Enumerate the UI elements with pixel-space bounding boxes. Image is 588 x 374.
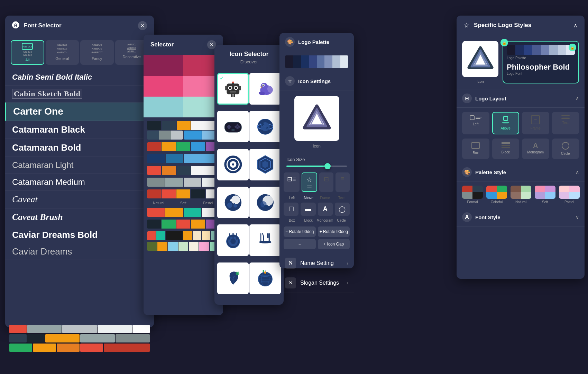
layout-opt-left[interactable]: ⊟≡: [284, 172, 300, 192]
pb2-4[interactable]: [178, 242, 188, 251]
pal-n-3[interactable]: [177, 121, 191, 130]
font-selector-close[interactable]: ✕: [138, 21, 147, 30]
layout-card-frame[interactable]: Frame: [522, 112, 549, 134]
pb1-1[interactable]: [147, 231, 156, 240]
icon-cell-globe[interactable]: [249, 262, 281, 294]
pt-1[interactable]: [147, 208, 165, 217]
pg-2[interactable]: [165, 178, 183, 187]
logo-styles-expand-icon[interactable]: ∧: [573, 22, 578, 29]
pb2-1[interactable]: [147, 242, 157, 251]
pr3-1[interactable]: [147, 142, 161, 151]
icon-cell-crescent[interactable]: [249, 187, 281, 218]
pb1-2[interactable]: [156, 231, 165, 240]
font-item-caviar-dreams[interactable]: Caviar Dreams: [5, 244, 154, 259]
palette-style-formal[interactable]: Formal: [462, 186, 483, 204]
icon-cell-leaf[interactable]: [217, 262, 249, 294]
layout-card-box[interactable]: Box: [462, 139, 489, 159]
layout-card-left[interactable]: Left: [462, 112, 489, 134]
pal-n-8[interactable]: [184, 131, 202, 140]
icon-cell-space[interactable]: [249, 111, 281, 142]
pp-1[interactable]: [147, 220, 161, 229]
font-item-carter-one[interactable]: Carter One: [5, 103, 154, 121]
logo-palette-header[interactable]: 🎨 Logo Palette: [279, 33, 354, 51]
layout-opt-above[interactable]: ☆: [302, 172, 317, 192]
pal-n-2[interactable]: [162, 121, 176, 130]
pry-1[interactable]: [147, 189, 161, 198]
icon-cell-robot[interactable]: ✓: [217, 73, 249, 105]
icon-cell-plate1[interactable]: [217, 224, 249, 256]
icon-cell-rings[interactable]: [217, 149, 249, 180]
font-item-caviar-dreams-bold[interactable]: Caviar Dreams Bold: [5, 226, 154, 244]
lp-1[interactable]: [285, 55, 293, 68]
pc-2[interactable]: [162, 166, 176, 175]
palette-style-natural[interactable]: Natural: [511, 186, 531, 204]
pal-n-1[interactable]: [147, 121, 161, 130]
font-item-catamaran-light[interactable]: Catamaran Light: [5, 157, 154, 174]
lp-7[interactable]: [332, 55, 340, 68]
pb-2[interactable]: [166, 154, 184, 163]
layout-opt-block[interactable]: ▬: [301, 203, 315, 216]
name-settings-row[interactable]: N Name Setting ›: [279, 253, 354, 273]
layout-card-text[interactable]: Text: [552, 112, 579, 134]
layout-card-circle[interactable]: Circle: [552, 139, 579, 159]
font-item-catamaran-medium[interactable]: Catamaran Medium: [5, 174, 154, 191]
slider-thumb[interactable]: [324, 163, 331, 169]
icon-cell-moon1[interactable]: [217, 187, 249, 218]
font-style-header[interactable]: A Font Style ∨: [457, 208, 585, 226]
color-large-5[interactable]: [144, 97, 183, 117]
rotate-left-btn[interactable]: − Rotate 90deg: [284, 226, 316, 237]
layout-opt-box[interactable]: ☐: [284, 203, 298, 216]
palette-style-colorful[interactable]: Colorful: [486, 186, 507, 204]
layout-opt-frame[interactable]: ⊟: [319, 172, 333, 192]
font-tab-fancy[interactable]: AaBbCcAaBbCcAABBCC Fancy: [80, 40, 114, 65]
pal-n-6[interactable]: [159, 131, 171, 140]
pc-1[interactable]: [147, 166, 161, 175]
icon-cell-bird[interactable]: [249, 73, 281, 105]
pp-3[interactable]: [176, 220, 190, 229]
lp-8[interactable]: [340, 55, 348, 68]
pb2-6[interactable]: [199, 242, 209, 251]
layout-card-above[interactable]: Above: [492, 112, 520, 134]
pt-2[interactable]: [165, 208, 183, 217]
pr3-2[interactable]: [162, 142, 175, 151]
lp-4[interactable]: [309, 55, 317, 68]
pp-2[interactable]: [162, 220, 175, 229]
font-item-caveat-brush[interactable]: Caveat Brush: [5, 208, 154, 226]
pb1-4[interactable]: [183, 231, 192, 240]
icon-size-slider[interactable]: [286, 166, 347, 167]
palette-style-soft[interactable]: Soft: [535, 186, 555, 204]
pb2-3[interactable]: [168, 242, 178, 251]
gap-decrease-btn[interactable]: −: [284, 239, 316, 249]
pry-3[interactable]: [176, 189, 190, 198]
pb1-3[interactable]: [166, 231, 183, 240]
layout-card-monogram[interactable]: A Monogram: [522, 139, 549, 159]
pr3-3[interactable]: [176, 142, 190, 151]
pg-3[interactable]: [184, 178, 201, 187]
pt-3[interactable]: [184, 208, 201, 217]
pc-3[interactable]: [177, 166, 191, 175]
pp-4[interactable]: [191, 220, 205, 229]
layout-opt-text[interactable]: ≡: [336, 172, 350, 192]
layout-card-block[interactable]: Block: [492, 139, 520, 159]
font-item-caveat[interactable]: Caveat: [5, 191, 154, 208]
font-tab-all[interactable]: AaBbCc AaBbCc AaBbCc All: [11, 40, 44, 65]
pry-2[interactable]: [162, 189, 175, 198]
pb2-2[interactable]: [157, 242, 167, 251]
icon-cell-plate2[interactable]: [249, 224, 281, 256]
pal-n-5[interactable]: [147, 131, 159, 140]
color-large-3[interactable]: [144, 76, 183, 97]
pry-4[interactable]: [191, 189, 205, 198]
palette-style-pastel[interactable]: Pastel: [559, 186, 580, 204]
pb-1[interactable]: [147, 154, 165, 163]
gap-increase-btn[interactable]: + Icon Gap: [318, 239, 350, 249]
palette-style-header[interactable]: 🎨 Palette Style ∧: [457, 163, 585, 181]
icon-cell-gamepad[interactable]: [217, 111, 249, 142]
layout-opt-circle[interactable]: ◯: [335, 203, 350, 216]
pb1-6[interactable]: [202, 231, 211, 240]
pal-n-7[interactable]: [171, 131, 183, 140]
lp-2[interactable]: [293, 55, 301, 68]
pb1-5[interactable]: [193, 231, 201, 240]
lp-3[interactable]: [301, 55, 309, 68]
logo-layout-header[interactable]: ⊟ Logo Layout ∧: [457, 89, 585, 108]
pg-1[interactable]: [147, 178, 165, 187]
